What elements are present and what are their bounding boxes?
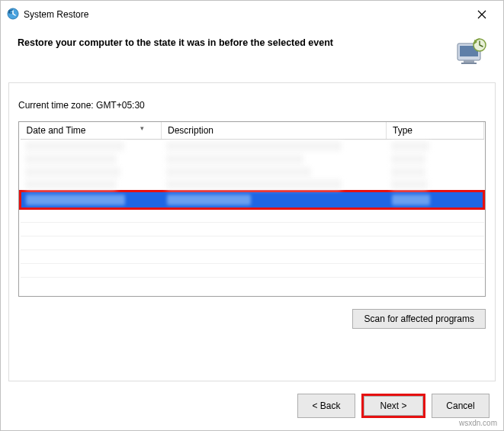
- titlebar: System Restore: [1, 1, 503, 27]
- table-row: [21, 264, 484, 278]
- next-highlight: Next >: [361, 394, 425, 418]
- scan-row: Scan for affected programs: [18, 309, 486, 329]
- table-row: [21, 209, 484, 223]
- table-row[interactable]: [21, 140, 484, 153]
- table-row: [21, 223, 484, 236]
- table-row[interactable]: [21, 153, 484, 166]
- restore-points-table[interactable]: Date and Time ▾ Description Type: [18, 121, 486, 297]
- table-row-selected[interactable]: [21, 192, 483, 207]
- footer: < Back Next > Cancel: [1, 381, 503, 430]
- scan-affected-button[interactable]: Scan for affected programs: [352, 309, 486, 329]
- close-button[interactable]: [468, 5, 496, 24]
- column-type[interactable]: Type: [387, 122, 484, 140]
- restore-icon: [454, 37, 488, 69]
- cancel-button[interactable]: Cancel: [432, 394, 490, 418]
- column-description[interactable]: Description: [162, 122, 387, 140]
- app-icon: [7, 8, 19, 22]
- table-row[interactable]: [21, 166, 484, 179]
- page-heading: Restore your computer to the state it wa…: [18, 37, 333, 48]
- header: Restore your computer to the state it wa…: [1, 27, 503, 82]
- title-left: System Restore: [7, 8, 88, 22]
- system-restore-window: System Restore Restore your computer to …: [0, 0, 504, 431]
- column-datetime[interactable]: Date and Time ▾: [21, 122, 162, 140]
- svg-rect-4: [461, 63, 477, 64]
- content-area: Current time zone: GMT+05:30 Date and Ti…: [8, 82, 496, 381]
- timezone-label: Current time zone: GMT+05:30: [18, 100, 486, 111]
- table-row[interactable]: [21, 179, 484, 191]
- window-title: System Restore: [24, 9, 88, 20]
- sort-indicator-icon: ▾: [140, 124, 144, 132]
- back-button[interactable]: < Back: [297, 394, 355, 418]
- table-row: [21, 250, 484, 264]
- svg-rect-3: [464, 60, 474, 63]
- next-button[interactable]: Next >: [364, 396, 423, 416]
- table-row: [21, 236, 484, 250]
